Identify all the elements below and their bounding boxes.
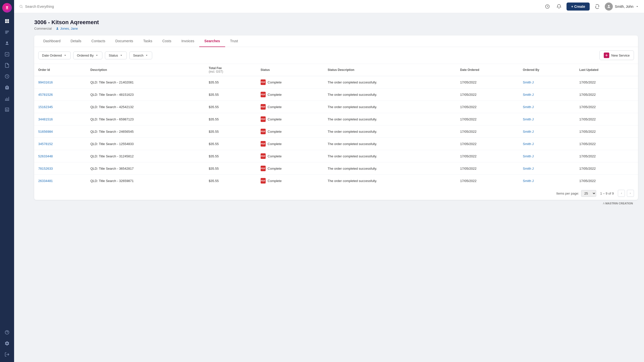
sidebar-settings-icon[interactable] bbox=[3, 339, 12, 348]
sync-icon[interactable] bbox=[593, 3, 601, 11]
cell-order-id: 99431616 bbox=[34, 76, 86, 88]
cell-fee: $35.55 bbox=[205, 162, 257, 175]
sidebar-contacts-icon[interactable] bbox=[3, 39, 12, 48]
sidebar-tasks-icon[interactable] bbox=[3, 50, 12, 59]
global-search[interactable] bbox=[19, 5, 540, 9]
status-label: Complete bbox=[268, 105, 282, 109]
cell-description: QLD: Title Search - 48151623 bbox=[86, 88, 205, 101]
sidebar-matters-icon[interactable] bbox=[3, 28, 12, 37]
tab-searches[interactable]: Searches bbox=[199, 35, 225, 47]
app-logo[interactable] bbox=[2, 3, 12, 13]
cell-date-ordered: 17/05/2022 bbox=[456, 150, 519, 162]
order-id-link[interactable]: 78152633 bbox=[38, 167, 53, 170]
col-order-id: Order Id bbox=[34, 64, 86, 76]
ordered-by-filter[interactable]: Ordered By bbox=[73, 52, 102, 59]
cell-fee: $35.55 bbox=[205, 138, 257, 150]
tab-contacts[interactable]: Contacts bbox=[86, 35, 110, 47]
tab-details[interactable]: Details bbox=[66, 35, 87, 47]
chevron-down-icon bbox=[145, 54, 148, 57]
pdf-icon[interactable]: PDF bbox=[261, 178, 266, 184]
status-filter[interactable]: Status bbox=[105, 52, 127, 59]
cell-status-description: The order completed successfully. bbox=[324, 138, 456, 150]
pdf-icon[interactable]: PDF bbox=[261, 92, 266, 97]
search-filter[interactable]: Search bbox=[129, 52, 152, 59]
next-page-button[interactable] bbox=[627, 190, 634, 197]
sidebar-help-icon[interactable] bbox=[3, 328, 12, 337]
order-id-link[interactable]: 15162345 bbox=[38, 105, 53, 109]
cell-ordered-by: Smith J bbox=[519, 101, 575, 113]
ordered-by-link[interactable]: Smith J bbox=[523, 117, 534, 121]
ordered-by-link[interactable]: Smith J bbox=[523, 105, 534, 109]
cell-order-id: 26334481 bbox=[34, 175, 86, 187]
pdf-icon[interactable]: PDF bbox=[261, 166, 266, 171]
cell-description: QLD: Title Search - 24656545 bbox=[86, 125, 205, 138]
cell-status-description: The order completed successfully. bbox=[324, 88, 456, 101]
cell-status-description: The order completed successfully. bbox=[324, 125, 456, 138]
order-id-link[interactable]: 51656984 bbox=[38, 130, 53, 133]
col-description: Description bbox=[86, 64, 205, 76]
sidebar-dashboard-icon[interactable] bbox=[3, 17, 12, 26]
sidebar-accounts-icon[interactable] bbox=[3, 94, 12, 103]
page-meta: Commercial Jones, Jane bbox=[34, 27, 638, 30]
searches-table: Order Id Description Total Fee(incl. GST… bbox=[34, 64, 638, 187]
prev-page-button[interactable] bbox=[618, 190, 625, 197]
pdf-icon[interactable]: PDF bbox=[261, 141, 266, 147]
tab-costs[interactable]: Costs bbox=[157, 35, 176, 47]
pdf-icon[interactable]: PDF bbox=[261, 129, 266, 134]
order-id-link[interactable]: 34481516 bbox=[38, 117, 53, 121]
cell-fee: $35.55 bbox=[205, 125, 257, 138]
table-row: 52633448 QLD: Title Search - 31245812 $3… bbox=[34, 150, 638, 162]
ordered-by-link[interactable]: Smith J bbox=[523, 130, 534, 133]
page-contact[interactable]: Jones, Jane bbox=[56, 27, 78, 30]
sidebar-logout-icon[interactable] bbox=[3, 350, 12, 359]
table-row: 15162345 QLD: Title Search - 42542132 $3… bbox=[34, 101, 638, 113]
svg-rect-3 bbox=[5, 21, 7, 23]
pdf-icon[interactable]: PDF bbox=[261, 153, 266, 159]
tab-dashboard[interactable]: Dashboard bbox=[38, 35, 66, 47]
cell-status: PDF Complete bbox=[257, 101, 324, 113]
order-id-link[interactable]: 99431616 bbox=[38, 80, 53, 84]
sidebar-billing-icon[interactable] bbox=[3, 83, 12, 92]
table-row: 34578152 QLD: Title Search - 12554833 $3… bbox=[34, 138, 638, 150]
sidebar-time-icon[interactable] bbox=[3, 72, 12, 81]
svg-rect-2 bbox=[7, 19, 9, 21]
history-icon[interactable] bbox=[543, 3, 551, 11]
tab-tasks[interactable]: Tasks bbox=[138, 35, 157, 47]
tab-invoices[interactable]: Invoices bbox=[176, 35, 199, 47]
date-ordered-filter[interactable]: Date Ordered bbox=[38, 52, 71, 59]
ordered-by-link[interactable]: Smith J bbox=[523, 179, 534, 183]
ordered-by-link[interactable]: Smith J bbox=[523, 154, 534, 158]
order-id-link[interactable]: 26334481 bbox=[38, 179, 53, 183]
order-id-link[interactable]: 52633448 bbox=[38, 154, 53, 158]
cell-description: QLD: Title Search - 65987123 bbox=[86, 113, 205, 125]
pdf-icon[interactable]: PDF bbox=[261, 104, 266, 110]
per-page-select[interactable]: 25 10 50 100 bbox=[581, 190, 596, 197]
cell-last-updated: 17/05/2022 bbox=[575, 138, 638, 150]
order-id-link[interactable]: 34578152 bbox=[38, 142, 53, 146]
create-button[interactable]: + Create bbox=[567, 3, 590, 11]
new-service-button[interactable]: New Service bbox=[599, 51, 634, 60]
notifications-icon[interactable] bbox=[555, 3, 563, 11]
col-last-updated: Last Updated bbox=[575, 64, 638, 76]
ordered-by-link[interactable]: Smith J bbox=[523, 167, 534, 170]
search-input[interactable] bbox=[25, 5, 541, 9]
tab-trust[interactable]: Trust bbox=[225, 35, 243, 47]
sidebar-reports-icon[interactable] bbox=[3, 105, 12, 114]
tab-documents[interactable]: Documents bbox=[110, 35, 138, 47]
ordered-by-link[interactable]: Smith J bbox=[523, 80, 534, 84]
cell-date-ordered: 17/05/2022 bbox=[456, 88, 519, 101]
cell-date-ordered: 17/05/2022 bbox=[456, 113, 519, 125]
status-label: Complete bbox=[268, 142, 282, 146]
pdf-icon[interactable]: PDF bbox=[261, 116, 266, 122]
cell-description: QLD: Title Search - 31245812 bbox=[86, 150, 205, 162]
table-row: 34481516 QLD: Title Search - 65987123 $3… bbox=[34, 113, 638, 125]
pdf-icon[interactable]: PDF bbox=[261, 79, 266, 85]
ordered-by-link[interactable]: Smith J bbox=[523, 142, 534, 146]
tabs: Dashboard Details Contacts Documents Tas… bbox=[34, 35, 638, 47]
ordered-by-link[interactable]: Smith J bbox=[523, 93, 534, 97]
user-menu[interactable]: Smith, John bbox=[605, 3, 639, 11]
chevron-right-icon bbox=[629, 192, 632, 195]
order-id-link[interactable]: 45781526 bbox=[38, 93, 53, 97]
sidebar-documents-icon[interactable] bbox=[3, 61, 12, 70]
cell-status-description: The order completed successfully. bbox=[324, 101, 456, 113]
